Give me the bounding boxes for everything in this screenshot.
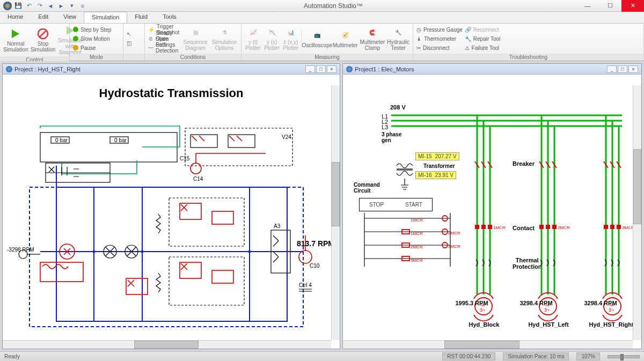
multimeter-clamp-button[interactable]: 🧲Multimeter Clamp [360, 26, 385, 51]
mdi-min-button[interactable]: _ [305, 65, 315, 73]
mode-tool-1[interactable]: ↖ [127, 30, 131, 39]
group-conditions-label: Conditions [145, 54, 241, 61]
pressure-gauge-button[interactable]: ◷Pressure Gauge [416, 25, 463, 34]
svg-rect-20 [169, 257, 244, 305]
v-scrollbar[interactable] [331, 85, 340, 340]
left-pane-header[interactable]: Project : Hyd_HST_Right _ □ × [3, 64, 340, 75]
reconnect-button[interactable]: 🔗Reconnect [465, 25, 500, 34]
gauge-icon: ◷ [416, 27, 421, 33]
settings-icon: ⛭ [148, 36, 153, 42]
tab-simulation[interactable]: Simulation [84, 12, 127, 23]
flask-icon: ⚗ [218, 26, 230, 38]
qat-dropdown-icon[interactable]: ▾ [68, 2, 76, 10]
tab-tools[interactable]: Tools [155, 12, 184, 23]
lightning-icon: ⚡ [148, 27, 155, 33]
svg-rect-21 [180, 203, 201, 219]
motor2-rpm: 3298.4 RPM [512, 300, 560, 306]
app-logo-icon[interactable] [3, 2, 12, 10]
h-scrollbar[interactable] [343, 340, 633, 349]
svg-rect-22 [212, 211, 233, 224]
pause-button[interactable]: Pause [73, 43, 111, 52]
left-pane-title: Project : Hyd_HST_Right [14, 66, 80, 72]
v-scrollbar[interactable] [633, 85, 641, 340]
doc-icon [6, 66, 12, 72]
clamp-icon: 🧲 [367, 26, 378, 38]
status-pace: Simulation Pace: 10 ms [503, 352, 569, 360]
disconnect-button[interactable]: ✂Disconnect [416, 43, 463, 52]
close-button[interactable]: ✕ [621, 0, 644, 12]
h-scrollbar[interactable] [3, 340, 331, 349]
svg-text:C10: C10 [310, 263, 320, 269]
svg-text:2MCR: 2MCR [558, 225, 570, 230]
open-path-button[interactable]: 〰Open Path Detection Tool [148, 43, 180, 52]
stop-simulation-button[interactable]: Stop Simulation [31, 28, 56, 53]
ribbon: Normal Simulation Stop Simulation Simula… [0, 24, 644, 61]
hydraulic-tester-button[interactable]: 🔧Hydraulic Tester [387, 26, 409, 51]
tab-view[interactable]: View [56, 12, 84, 23]
qat-save-icon[interactable]: 💾 [14, 2, 23, 10]
oscilloscope-button[interactable]: 📺Oscilloscope [304, 30, 331, 48]
qat-redo-icon[interactable]: ↷ [35, 2, 44, 10]
path-icon: 〰 [148, 45, 153, 51]
mdi-max-button[interactable]: □ [618, 65, 627, 73]
qat-undo-icon[interactable]: ↶ [25, 2, 33, 10]
qat-next-icon[interactable]: ► [57, 2, 65, 10]
svg-rect-4 [30, 187, 303, 327]
qat-more-icon[interactable]: ≡ [78, 2, 87, 10]
svg-rect-24 [212, 270, 233, 283]
doc-icon [346, 66, 353, 72]
yt-plotter-button[interactable]: 📈y (t) Plotter [245, 26, 261, 51]
zxy-plotter-button[interactable]: 📊z (x,y) Plotter [282, 26, 299, 51]
svg-text:3~: 3~ [544, 307, 550, 313]
mdi-min-button[interactable]: _ [607, 65, 617, 73]
normal-simulation-button[interactable]: Normal Simulation [3, 28, 28, 53]
tab-edit[interactable]: Edit [31, 12, 56, 23]
repair-tool-button[interactable]: 🔧Repair Tool [465, 34, 500, 43]
failure-tool-button[interactable]: ⚠Failure Tool [465, 43, 500, 52]
minimize-button[interactable]: — [576, 0, 599, 12]
yx-plotter-button[interactable]: 📉y (x) Plotter [264, 26, 280, 51]
app-title: Automation Studio™ [90, 2, 576, 10]
simulation-options-button[interactable]: ⚗Simulation Options [211, 26, 238, 51]
sequence-icon: ▤ [189, 26, 201, 38]
step-by-step-button[interactable]: Step by Step [73, 25, 111, 34]
svg-point-41 [299, 251, 312, 263]
sequence-diagram-button[interactable]: ▤Sequence Diagram [182, 26, 209, 51]
slow-motion-button[interactable]: Slow Motion [73, 34, 111, 43]
svg-text:2MCR: 2MCR [448, 231, 460, 235]
tab-fluid[interactable]: Fluid [127, 12, 155, 23]
mdi-close-button[interactable]: × [628, 65, 638, 73]
qat-prev-icon[interactable]: ◄ [46, 2, 55, 10]
workspace: Project : Hyd_HST_Right _ □ × Hydrostati… [0, 61, 644, 351]
mdi-max-button[interactable]: □ [316, 65, 326, 73]
motor2-name: Hyd_HST_Left [524, 321, 573, 328]
svg-text:Ctrl 4: Ctrl 4 [299, 282, 312, 288]
motor1-rpm: 1995.3 RPM [448, 300, 496, 306]
svg-text:A3: A3 [274, 223, 281, 229]
thermometer-button[interactable]: 🌡Thermometer [416, 34, 463, 43]
left-canvas[interactable]: Hydrostatic Transmission .bl{stroke:#002… [3, 75, 340, 349]
status-zoom[interactable]: 107% [576, 352, 600, 360]
right-canvas[interactable]: 208 V L1 L2 L3 3 phase gen MI-15207.27 V… [343, 75, 641, 349]
thermometer-icon: 🌡 [416, 36, 422, 42]
right-pane-header[interactable]: Project1 : Elec_Motors _ □ × [343, 64, 641, 75]
play-icon [10, 28, 21, 40]
svg-rect-46 [126, 278, 148, 294]
maximize-button[interactable]: ☐ [599, 0, 621, 12]
title-bar: 💾 ↶ ↷ ◄ ► ▾ ≡ Automation Studio™ — ☐ ✕ [0, 0, 644, 12]
svg-text:2MCR: 2MCR [411, 245, 423, 249]
svg-text:1MCR: 1MCR [411, 231, 423, 236]
right-pane-title: Project1 : Elec_Motors [355, 66, 414, 72]
svg-rect-23 [180, 262, 201, 278]
reconnect-icon: 🔗 [465, 27, 471, 33]
multimeter-button[interactable]: 🧭Multimeter [333, 30, 358, 48]
svg-text:1MCR: 1MCR [411, 218, 423, 223]
svg-point-11 [191, 163, 201, 174]
meter-icon: 🧭 [339, 30, 351, 41]
tab-home[interactable]: Home [0, 12, 31, 23]
svg-text:1MCR: 1MCR [493, 225, 506, 230]
mode-tool-2[interactable]: ◫ [127, 39, 131, 48]
stop-icon [37, 28, 49, 40]
zoom-slider[interactable] [608, 355, 640, 358]
mdi-close-button[interactable]: × [327, 65, 336, 73]
